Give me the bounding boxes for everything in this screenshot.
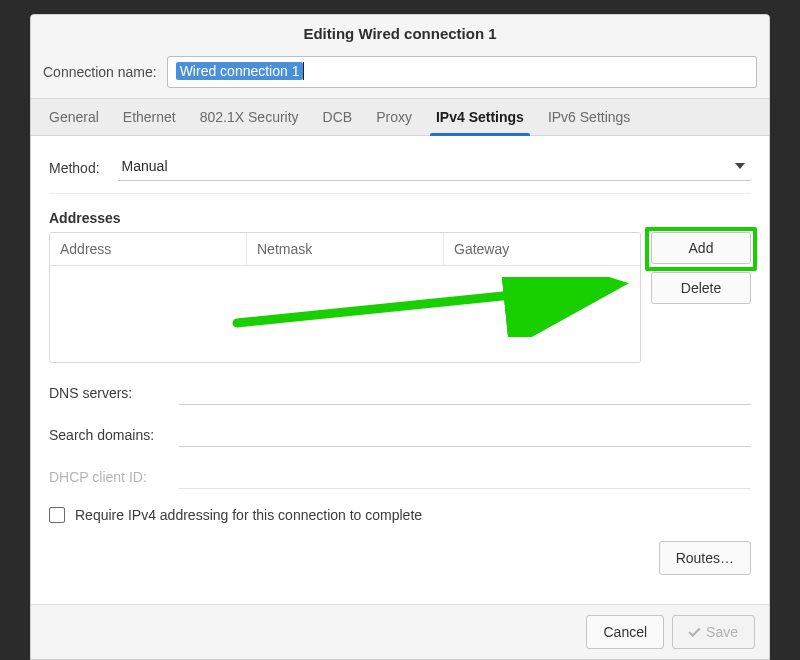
dialog-footer: Cancel Save <box>31 604 769 659</box>
network-editor-window: Editing Wired connection 1 Connection na… <box>30 14 770 660</box>
require-ipv4-label: Require IPv4 addressing for this connect… <box>75 507 422 523</box>
method-value: Manual <box>122 158 168 174</box>
save-button[interactable]: Save <box>672 615 755 649</box>
add-button[interactable]: Add <box>651 232 751 264</box>
tab-ipv6-settings[interactable]: IPv6 Settings <box>536 99 643 135</box>
dns-label: DNS servers: <box>49 385 169 401</box>
addresses-heading: Addresses <box>49 210 751 226</box>
connection-name-row: Connection name: Wired connection 1 <box>31 50 769 98</box>
method-dropdown[interactable]: Manual <box>118 154 751 181</box>
method-row: Method: Manual <box>49 148 751 194</box>
window-title: Editing Wired connection 1 <box>31 15 769 50</box>
routes-row: Routes… <box>49 541 751 575</box>
cancel-button[interactable]: Cancel <box>586 615 664 649</box>
dhcp-client-id-input <box>179 465 751 489</box>
save-button-label: Save <box>706 624 738 640</box>
method-label: Method: <box>49 160 100 176</box>
dhcp-client-id-label: DHCP client ID: <box>49 469 169 485</box>
column-gateway: Gateway <box>444 233 640 265</box>
search-domains-input[interactable] <box>179 423 751 447</box>
settings-tabs: General Ethernet 802.1X Security DCB Pro… <box>31 98 769 136</box>
check-icon <box>689 625 701 637</box>
connection-name-selection: Wired connection 1 <box>176 62 304 80</box>
table-body[interactable] <box>50 266 640 362</box>
addresses-buttons: Add Delete <box>651 232 751 304</box>
column-address: Address <box>50 233 247 265</box>
tab-ipv4-settings[interactable]: IPv4 Settings <box>424 99 536 135</box>
addresses-area: Address Netmask Gateway Add Delete <box>49 232 751 363</box>
tab-general[interactable]: General <box>37 99 111 135</box>
addresses-table[interactable]: Address Netmask Gateway <box>49 232 641 363</box>
tab-dcb[interactable]: DCB <box>311 99 365 135</box>
delete-button[interactable]: Delete <box>651 272 751 304</box>
require-ipv4-checkbox[interactable] <box>49 507 65 523</box>
require-ipv4-row: Require IPv4 addressing for this connect… <box>49 507 751 523</box>
tab-8021x-security[interactable]: 802.1X Security <box>188 99 311 135</box>
column-netmask: Netmask <box>247 233 444 265</box>
chevron-down-icon <box>735 163 745 169</box>
dhcp-client-id-row: DHCP client ID: <box>49 465 751 489</box>
tab-ethernet[interactable]: Ethernet <box>111 99 188 135</box>
search-domains-row: Search domains: <box>49 423 751 447</box>
ipv4-panel: Method: Manual Addresses Address Netmask… <box>31 136 769 604</box>
connection-name-input[interactable]: Wired connection 1 <box>167 56 757 88</box>
dns-row: DNS servers: <box>49 381 751 405</box>
tab-proxy[interactable]: Proxy <box>364 99 424 135</box>
connection-name-label: Connection name: <box>43 64 157 80</box>
search-domains-label: Search domains: <box>49 427 169 443</box>
dns-input[interactable] <box>179 381 751 405</box>
table-header: Address Netmask Gateway <box>50 233 640 266</box>
routes-button[interactable]: Routes… <box>659 541 751 575</box>
